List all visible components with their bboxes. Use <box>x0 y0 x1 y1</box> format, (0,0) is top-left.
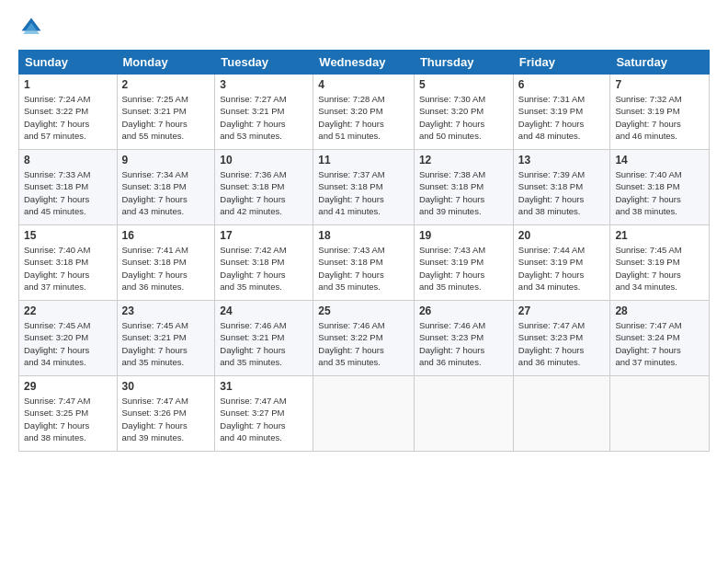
day-cell: 16Sunrise: 7:41 AM Sunset: 3:18 PM Dayli… <box>117 225 215 301</box>
day-info: Sunrise: 7:34 AM Sunset: 3:18 PM Dayligh… <box>122 168 210 217</box>
day-number: 28 <box>615 304 704 317</box>
day-number: 15 <box>24 229 112 242</box>
day-cell: 31Sunrise: 7:47 AM Sunset: 3:27 PM Dayli… <box>215 376 313 452</box>
weekday-header-row: SundayMondayTuesdayWednesdayThursdayFrid… <box>19 51 710 75</box>
day-number: 5 <box>419 78 508 91</box>
day-cell: 5Sunrise: 7:30 AM Sunset: 3:20 PM Daylig… <box>414 75 513 150</box>
week-row-2: 8Sunrise: 7:33 AM Sunset: 3:18 PM Daylig… <box>19 150 710 225</box>
week-row-3: 15Sunrise: 7:40 AM Sunset: 3:18 PM Dayli… <box>19 225 710 301</box>
day-info: Sunrise: 7:45 AM Sunset: 3:19 PM Dayligh… <box>615 244 704 293</box>
day-number: 21 <box>615 229 704 242</box>
day-info: Sunrise: 7:47 AM Sunset: 3:26 PM Dayligh… <box>122 395 210 443</box>
weekday-friday: Friday <box>513 51 610 75</box>
day-cell: 1Sunrise: 7:24 AM Sunset: 3:22 PM Daylig… <box>19 75 118 150</box>
day-cell: 6Sunrise: 7:31 AM Sunset: 3:19 PM Daylig… <box>513 75 610 150</box>
day-cell: 9Sunrise: 7:34 AM Sunset: 3:18 PM Daylig… <box>117 150 215 225</box>
day-cell: 19Sunrise: 7:43 AM Sunset: 3:19 PM Dayli… <box>414 225 513 301</box>
day-number: 2 <box>122 78 210 91</box>
day-info: Sunrise: 7:41 AM Sunset: 3:18 PM Dayligh… <box>122 244 210 293</box>
weekday-wednesday: Wednesday <box>313 51 415 75</box>
day-info: Sunrise: 7:43 AM Sunset: 3:19 PM Dayligh… <box>419 244 508 293</box>
day-info: Sunrise: 7:47 AM Sunset: 3:23 PM Dayligh… <box>518 319 606 368</box>
day-cell: 25Sunrise: 7:46 AM Sunset: 3:22 PM Dayli… <box>313 301 415 376</box>
day-number: 12 <box>419 154 508 167</box>
day-number: 26 <box>419 304 508 317</box>
logo <box>18 15 48 40</box>
day-info: Sunrise: 7:44 AM Sunset: 3:19 PM Dayligh… <box>518 244 606 293</box>
day-cell: 13Sunrise: 7:39 AM Sunset: 3:18 PM Dayli… <box>513 150 610 225</box>
day-info: Sunrise: 7:46 AM Sunset: 3:21 PM Dayligh… <box>220 319 308 368</box>
day-cell: 20Sunrise: 7:44 AM Sunset: 3:19 PM Dayli… <box>513 225 610 301</box>
day-cell: 18Sunrise: 7:43 AM Sunset: 3:18 PM Dayli… <box>313 225 415 301</box>
day-cell: 7Sunrise: 7:32 AM Sunset: 3:19 PM Daylig… <box>610 75 710 150</box>
day-cell: 26Sunrise: 7:46 AM Sunset: 3:23 PM Dayli… <box>414 301 513 376</box>
day-cell: 22Sunrise: 7:45 AM Sunset: 3:20 PM Dayli… <box>19 301 118 376</box>
weekday-sunday: Sunday <box>19 51 118 75</box>
day-cell: 28Sunrise: 7:47 AM Sunset: 3:24 PM Dayli… <box>610 301 710 376</box>
day-cell: 21Sunrise: 7:45 AM Sunset: 3:19 PM Dayli… <box>610 225 710 301</box>
day-cell: 3Sunrise: 7:27 AM Sunset: 3:21 PM Daylig… <box>215 75 313 150</box>
day-info: Sunrise: 7:38 AM Sunset: 3:18 PM Dayligh… <box>419 168 508 217</box>
week-row-4: 22Sunrise: 7:45 AM Sunset: 3:20 PM Dayli… <box>19 301 710 376</box>
day-info: Sunrise: 7:40 AM Sunset: 3:18 PM Dayligh… <box>615 168 704 217</box>
day-number: 6 <box>518 78 606 91</box>
day-info: Sunrise: 7:45 AM Sunset: 3:20 PM Dayligh… <box>24 319 112 368</box>
day-number: 29 <box>24 380 112 393</box>
weekday-monday: Monday <box>117 51 215 75</box>
day-info: Sunrise: 7:39 AM Sunset: 3:18 PM Dayligh… <box>518 168 606 217</box>
day-number: 14 <box>615 154 704 167</box>
day-info: Sunrise: 7:24 AM Sunset: 3:22 PM Dayligh… <box>24 93 112 142</box>
calendar-table: SundayMondayTuesdayWednesdayThursdayFrid… <box>18 50 710 452</box>
day-info: Sunrise: 7:27 AM Sunset: 3:21 PM Dayligh… <box>220 93 308 142</box>
day-cell: 15Sunrise: 7:40 AM Sunset: 3:18 PM Dayli… <box>19 225 118 301</box>
day-number: 27 <box>518 304 606 317</box>
day-number: 25 <box>318 304 409 317</box>
day-cell: 24Sunrise: 7:46 AM Sunset: 3:21 PM Dayli… <box>215 301 313 376</box>
day-number: 11 <box>318 154 409 167</box>
day-cell: 8Sunrise: 7:33 AM Sunset: 3:18 PM Daylig… <box>19 150 118 225</box>
week-row-5: 29Sunrise: 7:47 AM Sunset: 3:25 PM Dayli… <box>19 376 710 452</box>
day-cell: 12Sunrise: 7:38 AM Sunset: 3:18 PM Dayli… <box>414 150 513 225</box>
day-number: 10 <box>220 154 308 167</box>
week-row-1: 1Sunrise: 7:24 AM Sunset: 3:22 PM Daylig… <box>19 75 710 150</box>
day-cell: 10Sunrise: 7:36 AM Sunset: 3:18 PM Dayli… <box>215 150 313 225</box>
day-cell: 2Sunrise: 7:25 AM Sunset: 3:21 PM Daylig… <box>117 75 215 150</box>
day-cell <box>610 376 710 452</box>
weekday-tuesday: Tuesday <box>215 51 313 75</box>
day-info: Sunrise: 7:32 AM Sunset: 3:19 PM Dayligh… <box>615 93 704 142</box>
day-info: Sunrise: 7:46 AM Sunset: 3:23 PM Dayligh… <box>419 319 508 368</box>
day-cell: 29Sunrise: 7:47 AM Sunset: 3:25 PM Dayli… <box>19 376 118 452</box>
day-info: Sunrise: 7:47 AM Sunset: 3:27 PM Dayligh… <box>220 395 308 443</box>
header <box>18 15 710 40</box>
day-number: 16 <box>122 229 210 242</box>
day-cell: 23Sunrise: 7:45 AM Sunset: 3:21 PM Dayli… <box>117 301 215 376</box>
day-info: Sunrise: 7:31 AM Sunset: 3:19 PM Dayligh… <box>518 93 606 142</box>
day-cell: 11Sunrise: 7:37 AM Sunset: 3:18 PM Dayli… <box>313 150 415 225</box>
day-info: Sunrise: 7:37 AM Sunset: 3:18 PM Dayligh… <box>318 168 409 217</box>
day-number: 3 <box>220 78 308 91</box>
day-info: Sunrise: 7:43 AM Sunset: 3:18 PM Dayligh… <box>318 244 409 293</box>
day-cell: 17Sunrise: 7:42 AM Sunset: 3:18 PM Dayli… <box>215 225 313 301</box>
day-cell: 27Sunrise: 7:47 AM Sunset: 3:23 PM Dayli… <box>513 301 610 376</box>
day-info: Sunrise: 7:40 AM Sunset: 3:18 PM Dayligh… <box>24 244 112 293</box>
day-number: 30 <box>122 380 210 393</box>
page: SundayMondayTuesdayWednesdayThursdayFrid… <box>0 0 728 563</box>
day-info: Sunrise: 7:36 AM Sunset: 3:18 PM Dayligh… <box>220 168 308 217</box>
day-number: 19 <box>419 229 508 242</box>
day-number: 20 <box>518 229 606 242</box>
weekday-saturday: Saturday <box>610 51 710 75</box>
weekday-thursday: Thursday <box>414 51 513 75</box>
day-info: Sunrise: 7:45 AM Sunset: 3:21 PM Dayligh… <box>122 319 210 368</box>
day-info: Sunrise: 7:47 AM Sunset: 3:25 PM Dayligh… <box>24 395 112 443</box>
day-number: 8 <box>24 154 112 167</box>
day-number: 13 <box>518 154 606 167</box>
day-number: 23 <box>122 304 210 317</box>
day-cell <box>313 376 415 452</box>
day-number: 17 <box>220 229 308 242</box>
day-info: Sunrise: 7:28 AM Sunset: 3:20 PM Dayligh… <box>318 93 409 142</box>
day-number: 7 <box>615 78 704 91</box>
day-cell <box>414 376 513 452</box>
day-info: Sunrise: 7:42 AM Sunset: 3:18 PM Dayligh… <box>220 244 308 293</box>
day-info: Sunrise: 7:47 AM Sunset: 3:24 PM Dayligh… <box>615 319 704 368</box>
logo-icon <box>18 15 44 40</box>
